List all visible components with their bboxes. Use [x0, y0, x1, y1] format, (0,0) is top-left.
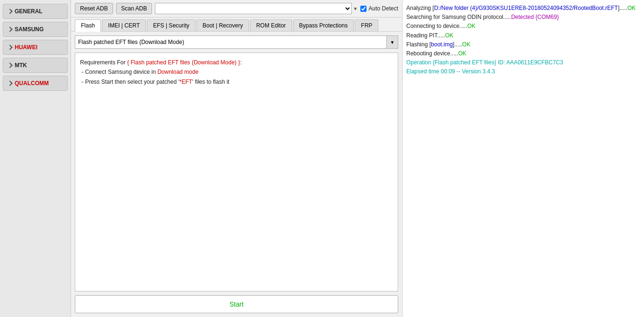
arrow-icon: [7, 62, 12, 68]
sidebar-item-label: GENERAL: [15, 8, 43, 15]
auto-detect-label: Auto Detect: [368, 5, 398, 12]
sidebar-item-huawei[interactable]: HUAWEI: [3, 40, 68, 55]
log-ok-5: OK: [462, 41, 470, 48]
main-panel: Reset ADB Scan ADB ▼ Auto Detect Flash I…: [71, 0, 402, 317]
log-line-1: Analyzing [D:/New folder (4)/G930SKSU1ER…: [406, 4, 640, 13]
reset-adb-button[interactable]: Reset ADB: [75, 3, 113, 14]
log-ok-4: OK: [445, 32, 453, 39]
sidebar-item-label: SAMSUNG: [15, 26, 44, 33]
log-path: D:/New folder (4)/G930SKSU1ERE8-20180524…: [434, 5, 618, 11]
tab-frp[interactable]: FRP: [355, 19, 378, 31]
auto-detect-wrap: Auto Detect: [360, 5, 398, 12]
flash-mode-select[interactable]: Flash patched EFT files (Download Mode): [75, 35, 387, 49]
sidebar-item-label: QUALCOMM: [15, 80, 49, 87]
log-operation: Operation {Flash patched EFT files} ID: …: [406, 59, 563, 66]
log-panel: Analyzing [D:/New folder (4)/G930SKSU1ER…: [402, 0, 644, 317]
tab-imei-cert[interactable]: IMEI | CERT: [102, 19, 146, 31]
scan-adb-button[interactable]: Scan ADB: [116, 3, 152, 14]
tab-boot-recovery[interactable]: Boot | Recovery: [197, 19, 249, 31]
sidebar-item-qualcomm[interactable]: QUALCOMM: [3, 76, 68, 91]
log-detected: Detected {COM69}: [511, 14, 559, 20]
log-line-2: Searching for Samsung ODIN protocol.....…: [406, 13, 640, 22]
content-area: Flash patched EFT files (Download Mode) …: [71, 32, 402, 317]
log-line-4: Reading PIT.....OK: [406, 31, 640, 40]
log-line-7: Operation {Flash patched EFT files} ID: …: [406, 58, 640, 67]
sidebar: GENERAL SAMSUNG HUAWEI MTK QUALCOMM: [0, 0, 71, 317]
toolbar: Reset ADB Scan ADB ▼ Auto Detect: [71, 0, 402, 18]
tab-rom-editor[interactable]: ROM Editor: [250, 19, 292, 31]
arrow-icon: [7, 26, 12, 32]
port-dropdown-arrow-icon: ▼: [353, 6, 358, 11]
log-elapsed: Elapsed time 00:09 -- Version 3.4.3: [406, 68, 495, 75]
requirements-line-1: - Connect Samsung device in Download mod…: [80, 67, 393, 77]
requirements-highlight: { Flash patched EFT files (Download Mode…: [127, 59, 240, 66]
sidebar-item-label: HUAWEI: [15, 44, 37, 51]
log-line-5: Flashing [boot.img].....OK: [406, 40, 640, 49]
log-line-3: Connecting to device.....OK: [406, 22, 640, 31]
arrow-icon: [7, 9, 12, 14]
log-line-6: Rebooting device.....OK: [406, 49, 640, 58]
flash-mode-dropdown-icon[interactable]: ▼: [387, 35, 398, 49]
sidebar-item-general[interactable]: GENERAL: [3, 4, 68, 19]
sidebar-item-samsung[interactable]: SAMSUNG: [3, 22, 68, 37]
log-ok-6: OK: [458, 50, 466, 57]
log-line-8: Elapsed time 00:09 -- Version 3.4.3: [406, 67, 640, 76]
start-button[interactable]: Start: [75, 295, 398, 313]
requirements-title: Requirements For { Flash patched EFT fil…: [80, 58, 393, 67]
tab-bar: Flash IMEI | CERT EFS | Security Boot | …: [71, 18, 402, 32]
arrow-icon: [7, 80, 12, 86]
tab-efs-security[interactable]: EFS | Security: [147, 19, 195, 31]
port-select-wrap: ▼: [155, 3, 358, 14]
log-boot-img: boot.img: [431, 41, 453, 48]
auto-detect-checkbox[interactable]: [360, 6, 367, 12]
requirements-line-2: - Press Start then select your patched '…: [80, 77, 393, 87]
requirements-box: Requirements For { Flash patched EFT fil…: [75, 53, 398, 291]
sidebar-item-label: MTK: [15, 62, 27, 69]
download-mode-highlight: Download mode: [157, 69, 198, 75]
sidebar-item-mtk[interactable]: MTK: [3, 58, 68, 73]
tab-flash[interactable]: Flash: [75, 19, 101, 32]
start-btn-wrap: Start: [75, 291, 398, 313]
eft-highlight: *EFT: [179, 79, 192, 85]
flash-mode-select-wrap: Flash patched EFT files (Download Mode) …: [75, 35, 398, 49]
tab-bypass-protections[interactable]: Bypass Protections: [293, 19, 354, 31]
port-select[interactable]: [155, 3, 352, 14]
arrow-icon: [7, 44, 12, 50]
log-ok-1: OK: [627, 5, 635, 11]
log-ok-3: OK: [467, 23, 475, 29]
